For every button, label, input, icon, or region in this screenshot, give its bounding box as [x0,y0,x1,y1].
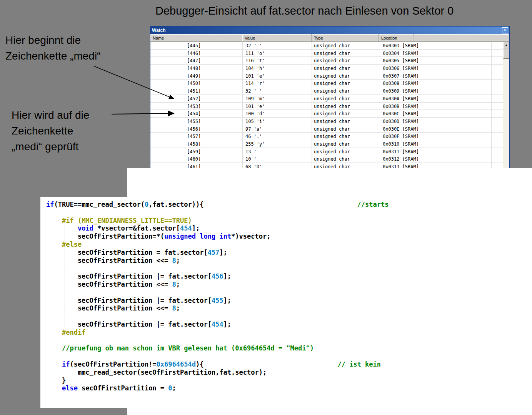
cell-type: unsigned char [312,125,379,133]
vertical-scrollbar[interactable]: ▲ [503,42,509,171]
watch-title: Watch [150,28,166,33]
cell-location: 0x0308 [SRAM] [379,80,503,87]
table-row[interactable]: [445]32 ' 'unsigned char0x0303 [SRAM] [150,42,503,50]
cell-location: 0x0309 [SRAM] [379,87,503,95]
cell-value: 114 'r' [242,80,312,87]
code-line: if(TRUE==mmc_read_sector(0,fat.sector)){… [46,201,389,209]
cell-location: 0x030D [SRAM] [379,118,503,125]
cell-location: 0x030B [SRAM] [379,103,503,110]
cell-value: 255 'ÿ' [242,140,312,148]
table-row[interactable]: [457]46 '.'unsigned char0x030F [SRAM] [150,133,503,140]
cell-value: 104 'h' [242,65,312,72]
code-line: if(secOfFirstPartition!=0x6964654d){ // … [46,360,389,369]
cell-value: 32 ' ' [242,42,312,49]
cell-type: unsigned char [312,140,379,148]
annotation-line: „medi“ geprüft [12,139,89,154]
code-line: #else [46,241,389,249]
table-row[interactable]: [446]111 'o'unsigned char0x0304 [SRAM] [150,50,503,57]
table-row[interactable]: [456]97 'a'unsigned char0x030E [SRAM] [150,125,503,133]
column-header-name[interactable]: Name [150,34,242,42]
code-line: } [46,377,389,385]
cell-value: 101 'e' [242,72,312,80]
cell-type: unsigned char [312,133,379,140]
cell-type: unsigned char [312,42,379,49]
annotation-line: Zeichenkette „medi“ [5,48,100,64]
column-header-type[interactable]: Type [312,34,379,42]
cell-type: unsigned char [312,57,379,64]
table-row[interactable]: [447]116 't'unsigned char0x0305 [SRAM] [150,57,503,65]
annotation-line: Hier wird auf die [12,107,89,123]
cell-value: 10 ' [242,155,312,163]
table-row[interactable]: [460]10 'unsigned char0x0312 [SRAM] [150,155,503,163]
column-header-filler [414,34,509,42]
cell-type: unsigned char [312,148,379,155]
watch-header: Name Value Type Location [150,34,509,42]
table-row[interactable]: [448]104 'h'unsigned char0x0306 [SRAM] [150,65,503,72]
close-icon[interactable]: × [502,27,508,33]
code-line: secOfFirstPartition |= fat.sector[456]; [46,272,389,281]
table-row[interactable]: [452]109 'm'unsigned char0x030A [SRAM] [150,95,503,103]
table-row[interactable]: [449]101 'e'unsigned char0x0307 [SRAM] [150,72,503,80]
cell-value: 46 '.' [242,133,312,140]
watch-titlebar[interactable]: Watch × [150,27,509,34]
cell-type: unsigned char [312,72,379,80]
cell-value: 100 'd' [242,110,312,117]
code-line [46,352,389,360]
cell-location: 0x0306 [SRAM] [379,65,503,72]
cell-location: 0x0303 [SRAM] [379,42,503,49]
table-row[interactable]: [455]105 'i'unsigned char0x030D [SRAM] [150,118,503,125]
cell-location: 0x0312 [SRAM] [379,155,503,163]
cell-location: 0x030C [SRAM] [379,110,503,117]
table-row[interactable]: [451]32 ' 'unsigned char0x0309 [SRAM] [150,87,503,95]
code-line: #if (MMC_ENDIANNESS_LITTLE==TRUE) [46,217,389,225]
table-row[interactable]: [450]114 'r'unsigned char0x0308 [SRAM] [150,80,503,87]
annotation-string-begin: Hier beginnt die Zeichenkette „medi“ [5,32,100,64]
cell-name: [456] [150,125,242,133]
code-line: //pruefung ob man schon im VBR gelesen h… [46,344,389,352]
code-line: secOfFirstPartition <<= 8; [46,304,389,312]
code-line [46,264,389,272]
cell-type: unsigned char [312,87,379,95]
cell-type: unsigned char [312,50,379,57]
code-line: secOfFirstPartition <<= 8; [46,281,389,289]
code-line [46,289,389,297]
cell-name: [446] [150,50,242,57]
cell-type: unsigned char [312,103,379,110]
scrollbar-thumb[interactable] [503,49,509,59]
column-header-location[interactable]: Location [379,34,414,42]
code-line: secOfFirstPartition <<= 8; [46,257,389,265]
table-row[interactable]: [458]255 'ÿ'unsigned char0x0310 [SRAM] [150,140,503,148]
cell-type: unsigned char [312,65,379,72]
code-line: secOfFirstPartition = fat.sector[457]; [46,249,389,257]
cell-value: 13 ' [242,148,312,155]
column-header-value[interactable]: Value [242,34,312,42]
scroll-up-icon[interactable]: ▲ [503,42,509,48]
cell-value: 105 'i' [242,118,312,125]
cell-name: [460] [150,155,242,163]
cell-location: 0x030E [SRAM] [379,125,503,133]
code-line [46,312,389,320]
cell-location: 0x0307 [SRAM] [379,72,503,80]
annotation-line: Zeichenkette [12,123,89,139]
cell-name: [459] [150,148,242,155]
cell-location: 0x030F [SRAM] [379,133,503,140]
page-title: Debugger-Einsicht auf fat.sector nach Ei… [155,5,454,17]
table-row[interactable]: [459]13 'unsigned char0x0311 [SRAM] [150,148,503,156]
cell-location: 0x0305 [SRAM] [379,57,503,64]
cell-value: 97 'a' [242,125,312,133]
cell-value: 111 'o' [242,50,312,57]
annotation-string-check: Hier wird auf die Zeichenkette „medi“ ge… [12,107,89,154]
code-editor: if(TRUE==mmc_read_sector(0,fat.sector)){… [46,201,389,392]
cell-type: unsigned char [312,95,379,102]
cell-name: [445] [150,42,242,49]
cell-name: [450] [150,80,242,87]
cell-location: 0x0310 [SRAM] [379,140,503,148]
annotation-line: Hier beginnt die [5,32,100,48]
watch-rows: [445]32 ' 'unsigned char0x0303 [SRAM][44… [150,42,503,171]
cell-name: [449] [150,72,242,80]
table-row[interactable]: [453]101 'e'unsigned char0x030B [SRAM] [150,103,503,110]
cell-value: 101 'e' [242,103,312,110]
table-row[interactable]: [454]100 'd'unsigned char0x030C [SRAM] [150,110,503,118]
slide: Debugger-Einsicht auf fat.sector nach Ei… [0,0,532,415]
code-line: secOfFirstPartition |= fat.sector[455]; [46,297,389,305]
